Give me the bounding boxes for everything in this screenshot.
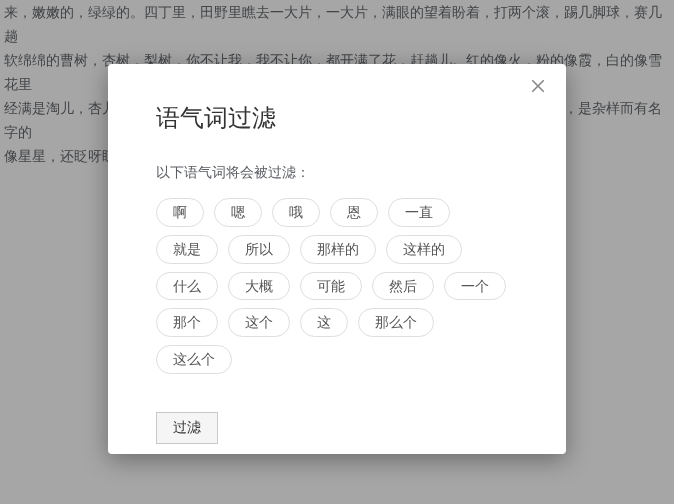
modal-title: 语气词过滤 bbox=[156, 102, 518, 134]
filler-word-chip[interactable]: 所以 bbox=[228, 235, 290, 264]
filter-button[interactable]: 过滤 bbox=[156, 412, 218, 444]
modal-subtitle: 以下语气词将会被过滤： bbox=[156, 164, 518, 182]
filler-word-chip[interactable]: 恩 bbox=[330, 198, 378, 227]
filler-word-chip[interactable]: 那样的 bbox=[300, 235, 376, 264]
filler-word-chip[interactable]: 那个 bbox=[156, 308, 218, 337]
close-icon bbox=[529, 77, 547, 99]
close-button[interactable] bbox=[524, 74, 552, 102]
filler-word-chip[interactable]: 嗯 bbox=[214, 198, 262, 227]
filler-word-chip[interactable]: 那么个 bbox=[358, 308, 434, 337]
filler-word-chip[interactable]: 什么 bbox=[156, 272, 218, 301]
filler-word-chip[interactable]: 大概 bbox=[228, 272, 290, 301]
filter-modal: 语气词过滤 以下语气词将会被过滤： 啊嗯哦恩一直就是所以那样的这样的什么大概可能… bbox=[108, 64, 566, 454]
filler-word-chip[interactable]: 这么个 bbox=[156, 345, 232, 374]
filler-word-chip[interactable]: 哦 bbox=[272, 198, 320, 227]
filler-word-chip[interactable]: 这个 bbox=[228, 308, 290, 337]
filler-word-chip[interactable]: 啊 bbox=[156, 198, 204, 227]
filler-word-chip[interactable]: 就是 bbox=[156, 235, 218, 264]
filler-word-chip[interactable]: 然后 bbox=[372, 272, 434, 301]
filler-word-chip[interactable]: 一直 bbox=[388, 198, 450, 227]
modal-actions: 过滤 bbox=[156, 412, 518, 444]
filler-word-chip[interactable]: 这 bbox=[300, 308, 348, 337]
filler-word-list: 啊嗯哦恩一直就是所以那样的这样的什么大概可能然后一个那个这个这那么个这么个 bbox=[156, 198, 518, 374]
filler-word-chip[interactable]: 一个 bbox=[444, 272, 506, 301]
filler-word-chip[interactable]: 可能 bbox=[300, 272, 362, 301]
filler-word-chip[interactable]: 这样的 bbox=[386, 235, 462, 264]
